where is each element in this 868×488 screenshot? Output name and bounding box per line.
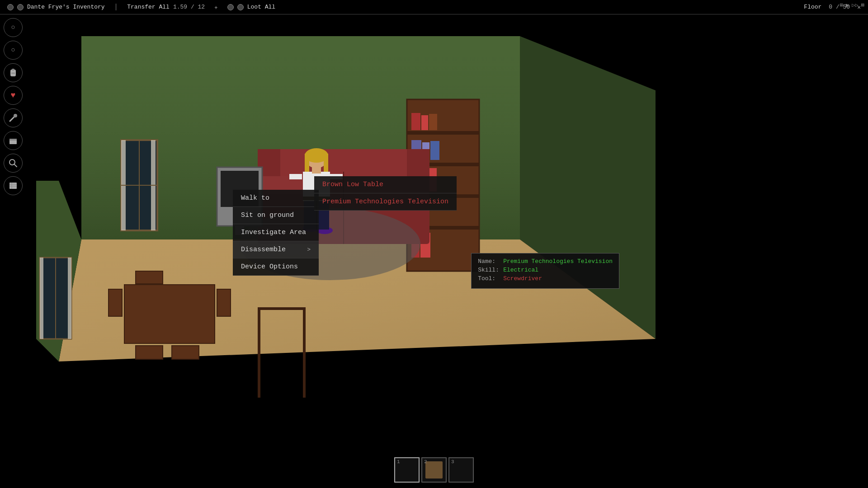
submenu-item-brown-table[interactable]: Brown Low Table <box>314 176 457 193</box>
loot-label[interactable]: Loot All <box>247 4 275 10</box>
svg-rect-15 <box>40 258 43 339</box>
tooltip-skill-label: Skill: <box>478 267 500 273</box>
disassemble-arrow: > <box>307 246 311 253</box>
tooltip-skill-value: Electrical <box>503 267 538 273</box>
svg-line-76 <box>14 164 17 167</box>
hotbar-number-2: 2 <box>424 459 427 465</box>
menu-item-sit-on-ground[interactable]: Sit on ground <box>233 207 319 224</box>
sidebar-icon-backpack[interactable] <box>4 63 23 82</box>
svg-rect-19 <box>407 131 479 135</box>
sidebar-icon-circle-2[interactable]: ○ <box>4 41 23 60</box>
hotbar-slot-1[interactable]: 1 <box>394 457 420 483</box>
svg-point-72 <box>14 114 17 117</box>
hotbar-slot-3[interactable]: 3 <box>448 457 474 483</box>
context-menu: Walk to Sit on ground Investigate Area D… <box>233 190 319 276</box>
svg-rect-66 <box>258 307 260 398</box>
game-world <box>0 0 868 488</box>
sidebar-icon-health[interactable]: ♥ <box>4 86 23 105</box>
floor-label: Floor <box>804 4 821 10</box>
loot-icon-2 <box>237 4 244 10</box>
hotbar-number-3: 3 <box>451 459 454 465</box>
sidebar-icon-container[interactable] <box>4 131 23 150</box>
menu-item-investigate-area[interactable]: Investigate Area <box>233 224 319 241</box>
menu-item-device-options[interactable]: Device Options <box>233 258 319 276</box>
hotbar-item-2 <box>425 461 443 479</box>
mini-controls: ⊞ ▶ ▷▷ ⊠ <box>840 2 864 9</box>
sidebar-icon-craft[interactable] <box>4 108 23 127</box>
svg-rect-51 <box>136 271 163 284</box>
svg-rect-47 <box>108 289 122 316</box>
inventory-icon-2 <box>17 4 24 10</box>
svg-rect-28 <box>430 141 439 160</box>
svg-rect-48 <box>217 289 231 316</box>
svg-rect-58 <box>289 174 302 179</box>
svg-rect-67 <box>303 307 306 398</box>
svg-rect-23 <box>411 113 420 130</box>
sidebar-icon-map[interactable] <box>4 176 23 195</box>
svg-rect-74 <box>9 139 17 141</box>
hotbar: 1 2 3 <box>394 457 474 483</box>
svg-rect-25 <box>429 114 437 130</box>
top-bar: Dante Frye's Inventory | Transfer All 1.… <box>0 0 868 14</box>
menu-item-disassemble[interactable]: Disassemble > <box>233 241 319 258</box>
svg-rect-40 <box>407 149 429 176</box>
submenu-item-tv[interactable]: Premium Technologies Television <box>314 193 457 211</box>
svg-rect-77 <box>9 183 17 189</box>
tooltip-name-row: Name: Premium Technologies Television <box>478 258 613 265</box>
tooltip-skill-row: Skill: Electrical <box>478 267 613 273</box>
svg-rect-63 <box>305 154 309 172</box>
svg-rect-50 <box>172 346 199 359</box>
tooltip-name-label: Name: <box>478 258 500 265</box>
menu-item-walk-to[interactable]: Walk to <box>233 190 319 207</box>
hotbar-slot-2[interactable]: 2 <box>421 457 447 483</box>
separator-2: ✦ <box>214 3 218 12</box>
transfer-label[interactable]: Transfer All <box>127 4 170 10</box>
svg-rect-64 <box>324 154 328 172</box>
sidebar-icon-circle-1[interactable]: ○ <box>4 18 23 37</box>
svg-line-71 <box>10 117 14 121</box>
svg-rect-16 <box>68 258 71 339</box>
loot-icon <box>227 4 234 10</box>
svg-rect-69 <box>12 69 14 70</box>
inventory-section: Dante Frye's Inventory | Transfer All 1.… <box>7 3 275 12</box>
svg-rect-70 <box>11 73 15 74</box>
mini-btn-4[interactable]: ⊠ <box>861 2 864 9</box>
disassemble-submenu: Brown Low Table Premium Technologies Tel… <box>314 176 457 211</box>
tooltip-tool-row: Tool: Screwdriver <box>478 275 613 282</box>
mini-btn-2[interactable]: ▶ <box>846 2 849 9</box>
mini-btn-1[interactable]: ⊞ <box>840 2 843 9</box>
svg-rect-65 <box>258 307 303 310</box>
separator-1: | <box>114 3 118 11</box>
weight-display: 1.59 / 12 <box>173 4 205 10</box>
inventory-label: Dante Frye's Inventory <box>27 4 105 10</box>
mini-btn-3[interactable]: ▷▷ <box>852 2 858 9</box>
tooltip-tool-label: Tool: <box>478 275 500 282</box>
svg-rect-49 <box>136 346 163 359</box>
sidebar-icon-search[interactable] <box>4 154 23 173</box>
hotbar-number-1: 1 <box>397 459 400 465</box>
item-tooltip: Name: Premium Technologies Television Sk… <box>471 253 619 289</box>
svg-rect-24 <box>421 115 428 130</box>
tooltip-tool-value: Screwdriver <box>503 275 542 282</box>
svg-rect-46 <box>124 285 215 343</box>
sidebar: ○ ○ ♥ <box>4 18 23 195</box>
inventory-icon <box>7 4 14 10</box>
tooltip-name-value: Premium Technologies Television <box>503 258 613 265</box>
